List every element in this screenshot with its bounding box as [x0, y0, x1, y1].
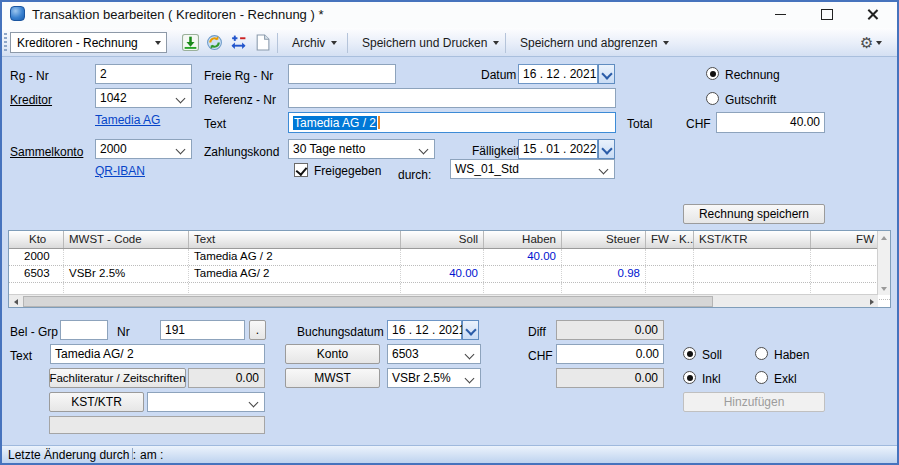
konto-combobox[interactable]: 6503: [387, 344, 481, 364]
total-input[interactable]: 40.00: [716, 112, 825, 133]
chevron-down-icon: [663, 41, 669, 45]
mwst-button[interactable]: MWST: [285, 368, 380, 388]
qr-iban-link[interactable]: QR-IBAN: [95, 164, 145, 178]
cell-haben: 40.00: [484, 249, 562, 265]
durch-combobox[interactable]: WS_01_Std: [450, 159, 615, 179]
save-record-icon[interactable]: [182, 34, 199, 51]
faelligkeit-label: Fälligkeit: [472, 144, 519, 158]
konto-button[interactable]: Konto: [285, 344, 380, 364]
text-input[interactable]: Tamedia AG / 2: [288, 112, 616, 133]
cell-steuer: [562, 249, 646, 265]
table-row[interactable]: 2000 Tamedia AG / 2 40.00: [9, 249, 890, 266]
cell-text: Tamedia AG / 2: [189, 249, 401, 265]
fachliteratur-button[interactable]: Fachliteratur / Zeitschriften: [49, 368, 186, 388]
column-header-fw[interactable]: FW: [811, 231, 879, 248]
close-button[interactable]: [858, 4, 888, 24]
minimize-button[interactable]: [765, 4, 795, 24]
exkl-radio[interactable]: [755, 371, 768, 384]
save-and-defer-menu-button[interactable]: Speichern und abgrenzen: [511, 31, 678, 54]
soll-radio[interactable]: [683, 347, 696, 360]
cell-soll: [401, 249, 484, 265]
sammelkonto-combobox[interactable]: 2000: [95, 139, 192, 159]
scroll-up-button[interactable]: [877, 231, 890, 244]
new-document-icon[interactable]: [254, 34, 271, 51]
vertical-scrollbar[interactable]: [877, 231, 890, 295]
freie-rg-nr-input[interactable]: [288, 64, 396, 84]
cell-kst-ktr: [694, 249, 811, 265]
archiv-menu-button[interactable]: Archiv: [283, 31, 346, 54]
entry-text-label: Text: [10, 349, 32, 363]
column-header-haben[interactable]: Haben: [484, 231, 562, 248]
archiv-label: Archiv: [292, 36, 325, 50]
zahlungskond-combobox[interactable]: 30 Tage netto: [288, 139, 435, 159]
buchungsdatum-input[interactable]: 16 . 12 . 2021: [387, 320, 462, 340]
buchungsdatum-dropdown-button[interactable]: [462, 320, 479, 340]
hinzufuegen-button[interactable]: Hinzufügen: [683, 392, 825, 412]
datum-dropdown-button[interactable]: [598, 64, 615, 84]
mwst-combobox[interactable]: VSBr 2.5%: [387, 368, 481, 388]
horizontal-scroll-thumb[interactable]: [23, 296, 713, 307]
inkl-radio-label: Inkl: [702, 372, 721, 386]
referenz-nr-input[interactable]: [288, 88, 616, 108]
scroll-left-button[interactable]: [9, 295, 22, 308]
kst-ktr-combobox[interactable]: [147, 392, 265, 412]
kreditor-link[interactable]: Tamedia AG: [95, 113, 160, 127]
cell-kto: 2000: [9, 249, 64, 265]
rg-nr-input[interactable]: 2: [95, 64, 192, 84]
table-header-row: Kto MWST - Code Text Soll Haben Steuer F…: [9, 231, 890, 249]
window-title: Transaktion bearbeiten ( Kreditoren - Re…: [32, 7, 323, 22]
chf-input[interactable]: 0.00: [556, 344, 664, 364]
faelligkeit-input[interactable]: 15 . 01 . 2022: [518, 139, 598, 159]
gutschrift-radio[interactable]: [706, 92, 719, 105]
adjust-columns-icon[interactable]: [230, 34, 247, 51]
horizontal-scrollbar[interactable]: [9, 294, 878, 307]
haben-radio[interactable]: [755, 347, 768, 360]
dot-button[interactable]: .: [249, 320, 266, 340]
column-header-fw-kurs[interactable]: FW - K..: [646, 231, 694, 248]
inkl-radio[interactable]: [683, 371, 696, 384]
freigegeben-checkbox[interactable]: [294, 163, 308, 177]
freigegeben-label: Freigegeben: [314, 164, 381, 178]
column-header-text[interactable]: Text: [189, 231, 401, 248]
rg-nr-label: Rg - Nr: [10, 69, 49, 83]
zahlungskond-label: Zahlungskond: [204, 145, 279, 159]
scroll-down-button[interactable]: [877, 282, 890, 295]
cell-fw-kurs: [646, 266, 694, 282]
save-invoice-button[interactable]: Rechnung speichern: [683, 204, 825, 224]
datum-input[interactable]: 16 . 12 . 2021: [518, 64, 598, 84]
column-header-kst-ktr[interactable]: KST/KTR: [694, 231, 811, 248]
toolbar-gripper[interactable]: [4, 33, 7, 52]
transaction-type-combobox[interactable]: Kreditoren - Rechnung: [10, 32, 167, 53]
settings-menu-button[interactable]: ⚙: [860, 31, 882, 54]
maximize-button[interactable]: [812, 4, 842, 24]
column-header-soll[interactable]: Soll: [401, 231, 484, 248]
sammelkonto-label[interactable]: Sammelkonto: [10, 145, 83, 159]
column-header-steuer[interactable]: Steuer: [562, 231, 646, 248]
cell-fw: [811, 249, 879, 265]
refresh-icon[interactable]: [206, 34, 223, 51]
exkl-radio-label: Exkl: [774, 372, 797, 386]
arrow-up-icon: [881, 236, 887, 240]
scroll-right-button[interactable]: [865, 295, 878, 308]
cell-soll: 40.00: [401, 266, 484, 282]
nr-input[interactable]: 191: [160, 320, 245, 340]
chevron-down-icon: [155, 41, 161, 45]
save-and-defer-label: Speichern und abgrenzen: [520, 36, 657, 50]
kst-ktr-button[interactable]: KST/KTR: [49, 392, 144, 412]
column-header-kto[interactable]: Kto: [9, 231, 64, 248]
bel-grp-input[interactable]: [60, 320, 108, 340]
chf-label: CHF: [528, 349, 553, 363]
referenz-nr-label: Referenz - Nr: [204, 93, 276, 107]
kreditor-label[interactable]: Kreditor: [10, 93, 52, 107]
rechnung-radio[interactable]: [706, 67, 719, 80]
buchungsdatum-label: Buchungsdatum: [297, 325, 384, 339]
datum-label: Datum: [481, 68, 516, 82]
entry-text-input[interactable]: Tamedia AG/ 2: [50, 344, 265, 364]
kreditor-combobox[interactable]: 1042: [95, 88, 192, 108]
arrow-right-icon: [870, 299, 874, 305]
last-change-by-label: Letzte Änderung durch :: [8, 448, 136, 462]
table-row[interactable]: 6503 VSBr 2.5% Tamedia AG/ 2 40.00 0.98: [9, 266, 890, 283]
faelligkeit-dropdown-button[interactable]: [598, 139, 615, 159]
save-and-print-menu-button[interactable]: Speichern und Drucken: [353, 31, 508, 54]
column-header-mwst[interactable]: MWST - Code: [64, 231, 189, 248]
